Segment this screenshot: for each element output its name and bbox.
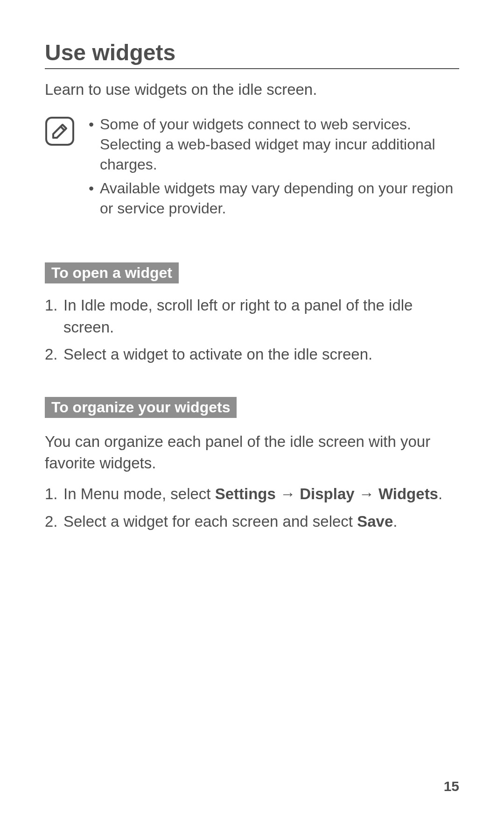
menu-path-display: Display <box>300 485 354 502</box>
period: . <box>393 513 397 530</box>
period: . <box>438 485 442 502</box>
subheading-open-widget: To open a widget <box>45 262 179 283</box>
step-item: Select a widget for each screen and sele… <box>45 511 459 532</box>
subheading-organize-widgets: To organize your widgets <box>45 397 237 418</box>
step-item: Select a widget to activate on the idle … <box>45 344 459 365</box>
section-intro: You can organize each panel of the idle … <box>45 431 459 474</box>
step-text: Select a widget for each screen and sele… <box>63 513 357 530</box>
save-label: Save <box>357 513 393 530</box>
step-text: In Menu mode, select <box>63 485 215 502</box>
intro-paragraph: Learn to use widgets on the idle screen. <box>45 79 459 100</box>
step-item: In Menu mode, select Settings → Display … <box>45 483 459 505</box>
menu-path-settings: Settings <box>215 485 276 502</box>
arrow: → <box>276 485 300 502</box>
menu-path-widgets: Widgets <box>378 485 438 502</box>
note-block: Some of your widgets connect to web serv… <box>45 114 459 223</box>
steps-open-widget: In Idle mode, scroll left or right to a … <box>45 295 459 365</box>
manual-page: Use widgets Learn to use widgets on the … <box>0 0 504 827</box>
step-item: In Idle mode, scroll left or right to a … <box>45 295 459 338</box>
svg-rect-0 <box>46 118 73 145</box>
note-pencil-icon <box>45 116 75 146</box>
page-number: 15 <box>444 778 459 794</box>
note-item: Available widgets may vary depending on … <box>88 178 459 219</box>
page-title: Use widgets <box>45 40 459 69</box>
steps-organize-widgets: In Menu mode, select Settings → Display … <box>45 483 459 532</box>
note-item: Some of your widgets connect to web serv… <box>88 114 459 175</box>
note-list: Some of your widgets connect to web serv… <box>88 114 459 223</box>
arrow: → <box>355 485 378 502</box>
